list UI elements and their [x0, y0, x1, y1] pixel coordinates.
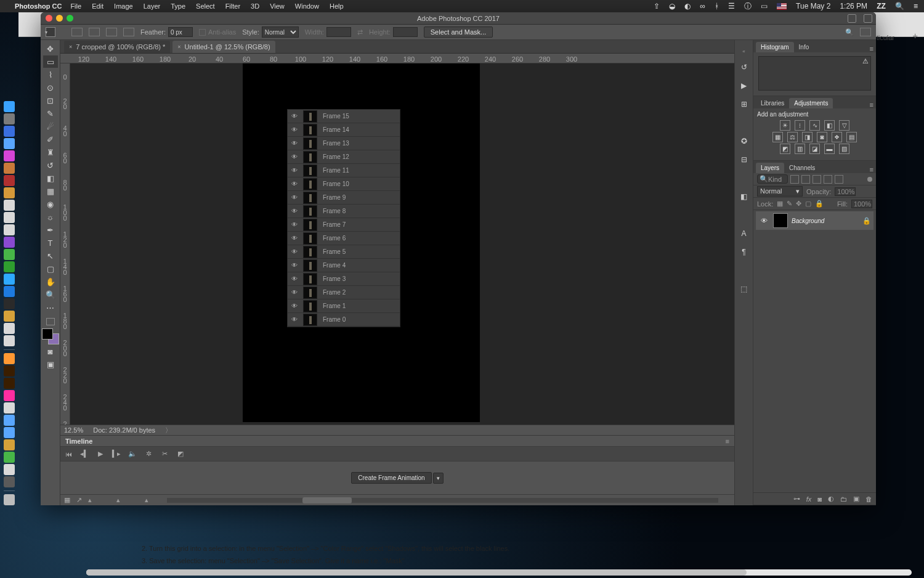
float-layer-row[interactable]: 👁Frame 8	[288, 205, 400, 218]
shape-tool[interactable]: ▢	[43, 263, 58, 275]
menubar-user[interactable]: ZZ	[877, 2, 886, 10]
window-titlebar[interactable]: Adobe Photoshop CC 2017	[41, 12, 876, 25]
properties-panel-icon[interactable]: ⊞	[739, 99, 750, 110]
filter-adjust-icon[interactable]	[801, 175, 810, 184]
filter-shape-icon[interactable]	[824, 175, 832, 184]
crop-tool[interactable]: ⊡	[43, 94, 58, 107]
new-adj-icon[interactable]: ◐	[828, 495, 834, 503]
accessibility-icon[interactable]: ⓘ	[744, 2, 752, 10]
menu-3d[interactable]: 3D	[251, 2, 259, 10]
dock-app[interactable]	[4, 452, 15, 463]
float-layer-row[interactable]: 👁Frame 10	[288, 177, 400, 191]
dock-app[interactable]	[4, 464, 15, 475]
battery-icon[interactable]: ▭	[761, 2, 768, 10]
dock-app[interactable]	[4, 249, 15, 260]
eraser-tool[interactable]: ◧	[43, 172, 58, 184]
opacity-input[interactable]: 100%	[835, 187, 856, 196]
swatches-panel-icon[interactable]: ⊟	[739, 154, 750, 165]
ruler-vertical[interactable]: 020406080100120140160180200220240260	[60, 63, 70, 425]
actions-panel-icon[interactable]: ▶	[739, 80, 750, 91]
adj-lut-icon[interactable]: ▤	[846, 132, 857, 142]
dock-app[interactable]	[4, 390, 15, 401]
color-swatch[interactable]	[42, 328, 59, 344]
dock-app[interactable]	[4, 163, 15, 174]
menu-window[interactable]: Window	[295, 2, 319, 10]
histogram-tab[interactable]: Histogram	[756, 42, 794, 52]
adj-brightness-icon[interactable]: ☀	[780, 120, 790, 131]
dock-app[interactable]	[4, 427, 15, 438]
window-minimize-button[interactable]	[56, 15, 63, 22]
blur-tool[interactable]: ◉	[43, 198, 58, 210]
lock-all-icon[interactable]: 🔒	[815, 200, 824, 208]
dock-app[interactable]	[4, 439, 15, 450]
create-frame-animation-button[interactable]: Create Frame Animation	[351, 472, 431, 484]
go-first-icon[interactable]: ⏮	[64, 450, 73, 458]
float-layer-row[interactable]: 👁Frame 6	[288, 232, 400, 245]
menu-layer[interactable]: Layer	[144, 2, 161, 10]
3d-panel-icon[interactable]: ⬚	[739, 283, 750, 295]
lock-pos-icon[interactable]: ✥	[796, 200, 801, 208]
timeline-menu-icon[interactable]: ≡	[726, 438, 729, 445]
dock-app[interactable]	[4, 335, 15, 346]
wechat-icon[interactable]: ◒	[669, 2, 675, 10]
new-layer-icon[interactable]: ▣	[853, 495, 859, 503]
menu-view[interactable]: View	[270, 2, 285, 10]
blend-mode-select[interactable]: Normal▾	[757, 186, 803, 197]
select-and-mask-button[interactable]: Select and Mask...	[424, 26, 493, 38]
dock-app[interactable]	[4, 113, 15, 124]
split-icon[interactable]: ✂	[160, 450, 169, 458]
dock-app[interactable]	[4, 311, 15, 322]
visibility-eye-icon[interactable]: 👁	[288, 153, 301, 160]
workspace-icon[interactable]	[860, 28, 871, 36]
timeline-view-icon[interactable]: ▦	[64, 496, 70, 504]
dock-app[interactable]	[4, 200, 15, 211]
next-frame-icon[interactable]: ▍▸	[112, 450, 121, 458]
float-layer-row[interactable]: 👁Frame 9	[288, 191, 400, 205]
wifi-icon[interactable]: ☰	[728, 2, 735, 10]
path-tool[interactable]: ↖	[43, 250, 58, 262]
brush-tool[interactable]: ✐	[43, 133, 58, 145]
visibility-eye-icon[interactable]: 👁	[288, 248, 301, 255]
libraries-tab[interactable]: Libraries	[756, 98, 789, 108]
dock-app[interactable]	[4, 476, 15, 487]
color-panel-icon[interactable]: ◧	[739, 191, 750, 202]
menubar-date[interactable]: Tue May 2	[796, 2, 830, 10]
marquee-tool[interactable]: ▭	[43, 55, 58, 68]
float-layer-row[interactable]: 👁Frame 5	[288, 245, 400, 259]
adj-bw-icon[interactable]: ◨	[802, 132, 813, 142]
history-brush-tool[interactable]: ↺	[43, 159, 58, 171]
stamp-tool[interactable]: ♜	[43, 146, 58, 158]
gradient-tool[interactable]: ▦	[43, 185, 58, 197]
doc-tab-1[interactable]: ×Untitled-1 @ 12.5% (RGB/8)	[172, 41, 275, 53]
floating-layers-panel[interactable]: 👁Frame 15👁Frame 14👁Frame 13👁Frame 12👁Fra…	[287, 109, 400, 327]
adj-invert-icon[interactable]: ◩	[780, 144, 790, 154]
timeline-scrollbar[interactable]	[167, 498, 718, 503]
audio-icon[interactable]: 🔈	[128, 450, 137, 458]
panel-menu-icon[interactable]: ≡	[867, 45, 876, 52]
selection-intersect-icon[interactable]	[123, 28, 134, 36]
default-colors-icon[interactable]	[46, 318, 55, 325]
fill-input[interactable]: 100%	[851, 200, 872, 208]
float-layer-row[interactable]: 👁Frame 12	[288, 150, 400, 164]
ruler-horizontal[interactable]: 1201401601802040608010012014016018020022…	[60, 54, 734, 63]
dock-app[interactable]	[4, 402, 15, 413]
window-close-button[interactable]	[46, 15, 52, 22]
selection-subtract-icon[interactable]	[106, 28, 117, 36]
selection-new-icon[interactable]	[71, 28, 83, 36]
filter-pixel-icon[interactable]	[790, 175, 799, 184]
adjustments-tab[interactable]: Adjustments	[789, 98, 833, 108]
status-more-icon[interactable]: 〉	[165, 426, 172, 435]
lock-art-icon[interactable]: ▢	[805, 200, 811, 208]
layer-visibility-icon[interactable]: 👁	[758, 217, 769, 224]
lock-trans-icon[interactable]: ▦	[777, 200, 783, 208]
tool-preset-dropdown[interactable]	[46, 27, 55, 37]
dock-app[interactable]	[4, 323, 15, 334]
trash-icon[interactable]: 🗑	[865, 495, 872, 503]
panel-menu-icon[interactable]: ≡	[867, 166, 876, 173]
adj-levels-icon[interactable]: ⫶	[795, 120, 805, 131]
float-layer-row[interactable]: 👁Frame 1	[288, 299, 400, 313]
bluetooth-icon[interactable]: ᚼ	[715, 2, 719, 10]
adj-curves-icon[interactable]: ∿	[809, 120, 820, 131]
dock-trash[interactable]	[4, 494, 15, 505]
menubar-app-name[interactable]: Photoshop CC	[15, 2, 62, 10]
